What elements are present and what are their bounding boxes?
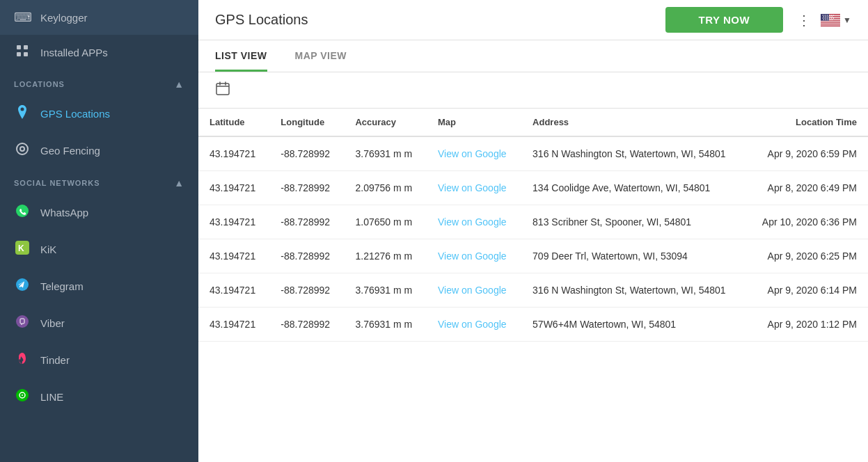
- cell-accuracy: 3.76931 m m: [344, 136, 427, 171]
- sidebar-item-telegram[interactable]: Telegram: [0, 268, 198, 305]
- cell-location-time: Apr 9, 2020 6:59 PM: [746, 136, 868, 171]
- tab-list-view[interactable]: LIST VIEW: [215, 40, 267, 72]
- view-on-google-link[interactable]: View on Google: [438, 319, 507, 330]
- sidebar-item-label: Viber: [40, 317, 65, 329]
- cell-latitude: 43.194721: [198, 171, 269, 205]
- view-on-google-link[interactable]: View on Google: [438, 285, 507, 296]
- kik-icon: K: [14, 241, 31, 258]
- table-row: 43.194721 -88.728992 1.07650 m m View on…: [198, 205, 868, 239]
- svg-rect-2: [17, 52, 21, 56]
- table-row: 43.194721 -88.728992 3.76931 m m View on…: [198, 136, 868, 171]
- sidebar-item-keylogger[interactable]: ⌨ Keylogger: [0, 0, 198, 35]
- geo-fencing-icon: [14, 142, 31, 159]
- table-header-row: Latitude Longitude Accuracy Map Address …: [198, 109, 868, 136]
- calendar-icon[interactable]: [215, 83, 230, 99]
- sidebar-item-line[interactable]: LINE: [0, 379, 198, 415]
- svg-point-13: [22, 395, 23, 396]
- cell-location-time: Apr 9, 2020 6:25 PM: [746, 239, 868, 273]
- sidebar-item-gps-locations[interactable]: GPS Locations: [0, 95, 198, 132]
- svg-rect-1: [24, 45, 28, 49]
- svg-text:★★★★★: ★★★★★: [823, 17, 833, 20]
- svg-rect-19: [821, 22, 840, 23]
- cell-latitude: 43.194721: [198, 205, 269, 239]
- header-right: ⋮ ★★★★★★ ★★★★★ ★★★★★★ ★★★★★: [797, 12, 851, 29]
- svg-rect-18: [821, 20, 840, 21]
- cell-map[interactable]: View on Google: [427, 205, 521, 239]
- sidebar-item-kik[interactable]: K KiK: [0, 231, 198, 268]
- sidebar-item-label: Tinder: [40, 354, 70, 366]
- svg-rect-3: [24, 52, 28, 56]
- location-pin-icon: [14, 105, 31, 122]
- col-map: Map: [427, 109, 521, 136]
- cell-address: 134 Coolidge Ave, Watertown, WI, 54801: [521, 171, 746, 205]
- cell-location-time: Apr 8, 2020 6:49 PM: [746, 171, 868, 205]
- svg-rect-20: [821, 24, 840, 25]
- table-row: 43.194721 -88.728992 3.76931 m m View on…: [198, 273, 868, 308]
- svg-point-5: [20, 147, 24, 151]
- cell-address: 813 Scribner St, Spooner, WI, 54801: [521, 205, 746, 239]
- col-latitude: Latitude: [198, 109, 269, 136]
- grid-icon: [14, 45, 31, 61]
- cell-map[interactable]: View on Google: [427, 239, 521, 273]
- tinder-icon: [14, 351, 31, 369]
- col-accuracy: Accuracy: [344, 109, 427, 136]
- cell-latitude: 43.194721: [198, 273, 269, 308]
- cell-address: 709 Deer Trl, Watertown, WI, 53094: [521, 239, 746, 273]
- view-on-google-link[interactable]: View on Google: [438, 250, 507, 262]
- sidebar-item-geo-fencing[interactable]: Geo Fencing: [0, 132, 198, 169]
- cell-longitude: -88.728992: [269, 205, 344, 239]
- view-on-google-link[interactable]: View on Google: [438, 148, 507, 159]
- cell-map[interactable]: View on Google: [427, 136, 521, 171]
- try-now-button[interactable]: TRY NOW: [665, 7, 784, 33]
- cell-address: 316 N Washington St, Watertown, WI, 5480…: [521, 136, 746, 171]
- svg-rect-26: [216, 83, 229, 95]
- tab-map-view[interactable]: MAP VIEW: [295, 40, 347, 72]
- cell-latitude: 43.194721: [198, 239, 269, 273]
- locations-section-header: LOCATIONS ▲: [0, 70, 198, 95]
- sidebar-item-label: LINE: [40, 391, 63, 403]
- telegram-icon: [14, 278, 31, 295]
- sidebar-item-viber[interactable]: Viber: [0, 305, 198, 342]
- cell-map[interactable]: View on Google: [427, 308, 521, 342]
- toolbar: [198, 72, 868, 109]
- sidebar-item-label: Geo Fencing: [40, 145, 100, 157]
- page-title: GPS Locations: [215, 12, 665, 28]
- cell-longitude: -88.728992: [269, 239, 344, 273]
- sidebar-item-installed-apps[interactable]: Installed APPs: [0, 35, 198, 70]
- line-icon: [14, 388, 31, 406]
- sidebar-item-whatsapp[interactable]: WhatsApp: [0, 194, 198, 231]
- sidebar-item-label: Keylogger: [40, 12, 88, 24]
- cell-location-time: Apr 9, 2020 1:12 PM: [746, 308, 868, 342]
- svg-point-10: [16, 315, 29, 328]
- table-container: Latitude Longitude Accuracy Map Address …: [198, 109, 868, 462]
- sidebar-item-label: KiK: [40, 244, 56, 255]
- col-location-time: Location Time: [746, 109, 868, 136]
- view-on-google-link[interactable]: View on Google: [438, 216, 507, 228]
- cell-longitude: -88.728992: [269, 136, 344, 171]
- sidebar-item-label: WhatsApp: [40, 207, 88, 218]
- sidebar-item-tinder[interactable]: Tinder: [0, 342, 198, 379]
- cell-longitude: -88.728992: [269, 171, 344, 205]
- view-on-google-link[interactable]: View on Google: [438, 182, 507, 193]
- cell-accuracy: 3.76931 m m: [344, 308, 427, 342]
- social-networks-section-header: SOCIAL NETWORKS ▲: [0, 169, 198, 194]
- cell-accuracy: 1.21276 m m: [344, 239, 427, 273]
- header: GPS Locations TRY NOW ⋮ ★★★★★★ ★★★★★: [198, 0, 868, 40]
- cell-accuracy: 3.76931 m m: [344, 273, 427, 308]
- cell-location-time: Apr 9, 2020 6:14 PM: [746, 273, 868, 308]
- more-options-icon[interactable]: ⋮: [797, 12, 812, 29]
- svg-point-4: [17, 143, 28, 154]
- cell-longitude: -88.728992: [269, 308, 344, 342]
- us-flag-icon: ★★★★★★ ★★★★★ ★★★★★★ ★★★★★: [821, 14, 840, 26]
- sidebar-item-label: Telegram: [40, 280, 84, 292]
- cell-location-time: Apr 10, 2020 6:36 PM: [746, 205, 868, 239]
- tabs: LIST VIEW MAP VIEW: [198, 40, 868, 72]
- cell-accuracy: 1.07650 m m: [344, 205, 427, 239]
- chevron-down-icon: ▼: [843, 15, 851, 25]
- cell-map[interactable]: View on Google: [427, 273, 521, 308]
- viber-icon: [14, 314, 31, 332]
- language-selector[interactable]: ★★★★★★ ★★★★★ ★★★★★★ ★★★★★ ▼: [821, 14, 851, 26]
- cell-longitude: -88.728992: [269, 273, 344, 308]
- cell-map[interactable]: View on Google: [427, 171, 521, 205]
- sidebar: ⌨ Keylogger Installed APPs LOCATIONS ▲ G…: [0, 0, 198, 462]
